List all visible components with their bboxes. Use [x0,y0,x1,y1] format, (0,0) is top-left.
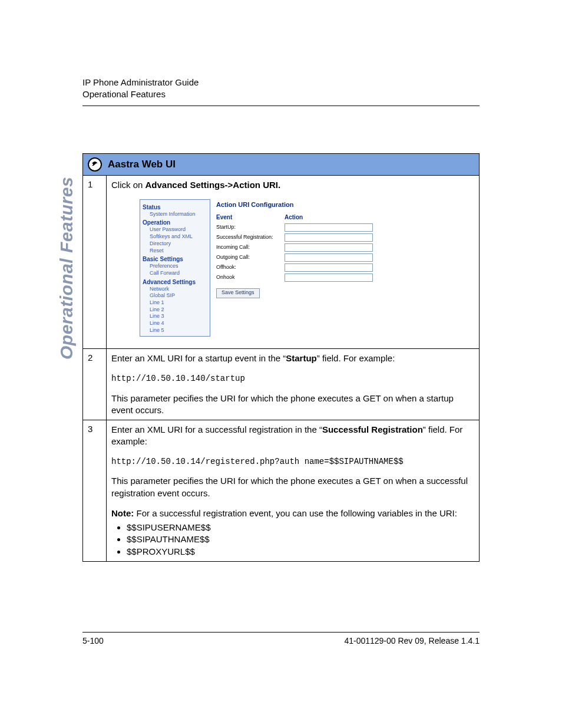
sidebar-heading-advanced: Advanced Settings [143,278,210,286]
sidebar-item-line-1[interactable]: Line 1 [150,299,210,307]
footer-doc-id: 41-001129-00 Rev 09, Release 1.4.1 [344,636,480,645]
onhook-input[interactable] [285,274,373,282]
step-number: 2 [83,349,107,420]
page-header: IP Phone Administrator Guide Operational… [82,77,480,106]
table-row: 3 Enter an XML URI for a successful regi… [83,420,480,562]
step-1-text: Click on Advanced Settings->Action URI. [111,179,474,191]
step-3-line-2: This parameter pecifies the URI for whic… [111,475,474,499]
list-item: $$SIPUSERNAME$$ [127,522,474,533]
brand-logo-icon [88,157,102,172]
list-item: $$SIPAUTHNAME$$ [127,533,474,545]
table-title-row: Aastra Web UI [83,153,480,175]
outgoing-call-input[interactable] [285,253,373,262]
row-label-outgoing-call: Outgoing Call: [216,254,285,261]
row-label-incoming-call: Incoming Call: [216,244,285,251]
step-3-line-1: Enter an XML URI for a successful regist… [111,424,474,448]
list-item: $$PROXYURL$$ [127,546,474,558]
sidebar-item-network[interactable]: Network [150,286,210,293]
sidebar-item-line-5[interactable]: Line 5 [150,327,210,334]
step-2-line-2: This parameter pecifies the URI for whic… [111,393,474,417]
successful-registration-input[interactable] [285,233,373,242]
webui-main-panel: Action URI Configuration Event Action St… [210,199,446,337]
webui-screenshot: Status System Information Operation User… [140,199,446,337]
row-label-successful-registration: Successful Registration: [216,234,285,241]
sidebar-item-call-forward[interactable]: Call Forward [150,270,210,277]
sidebar-item-line-2[interactable]: Line 2 [150,307,210,314]
sidebar-item-softkeys-xml[interactable]: Softkeys and XML [150,233,210,241]
save-settings-button[interactable]: Save Settings [216,288,260,298]
sidebar-item-user-password[interactable]: User Password [150,226,210,233]
sidebar-item-line-4[interactable]: Line 4 [150,320,210,327]
step-number: 3 [83,420,107,562]
row-label-startup: StartUp: [216,224,285,231]
side-section-label: Operational Features [57,176,77,359]
sidebar-heading-basic: Basic Settings [143,255,210,263]
table-row: 2 Enter an XML URI for a startup event i… [83,349,480,420]
page-footer: 5-100 41-001129-00 Rev 09, Release 1.4.1 [82,632,480,645]
column-header-action: Action [285,213,303,221]
sidebar-item-line-3[interactable]: Line 3 [150,313,210,320]
step-2-line-1: Enter an XML URI for a startup event in … [111,353,474,364]
sidebar-item-directory[interactable]: Directory [150,241,210,248]
sidebar-item-preferences[interactable]: Preferences [150,263,210,270]
webui-sidebar: Status System Information Operation User… [140,199,210,337]
row-label-offhook: Offhook: [216,264,285,271]
sidebar-heading-operation: Operation [143,219,210,226]
sidebar-heading-status: Status [143,203,210,211]
step-3-var-list: $$SIPUSERNAME$$ $$SIPAUTHNAME$$ $$PROXYU… [115,522,474,558]
step-2-code: http://10.50.10.140/startup [111,373,474,384]
header-title: IP Phone Administrator Guide [82,77,480,88]
panel-title: Action URI Configuration [216,200,442,209]
instruction-table: Aastra Web UI 1 Click on Advanced Settin… [82,153,480,562]
startup-input[interactable] [285,223,373,232]
incoming-call-input[interactable] [285,243,373,252]
offhook-input[interactable] [285,263,373,272]
column-header-event: Event [216,213,285,221]
step-number: 1 [83,175,107,349]
footer-rule [82,632,480,633]
step-3-code: http://10.50.10.14/registered.php?auth n… [111,456,474,467]
sidebar-item-system-information[interactable]: System Information [150,211,210,218]
row-label-onhook: Onhook [216,274,285,281]
table-row: 1 Click on Advanced Settings->Action URI… [83,175,480,349]
sidebar-item-global-sip[interactable]: Global SIP [150,292,210,299]
table-title: Aastra Web UI [108,159,176,170]
header-rule [82,106,480,106]
sidebar-item-reset[interactable]: Reset [150,248,210,255]
header-subtitle: Operational Features [82,88,480,100]
footer-page-number: 5-100 [82,636,104,645]
step-3-note: Note: For a successful registration even… [111,508,474,519]
